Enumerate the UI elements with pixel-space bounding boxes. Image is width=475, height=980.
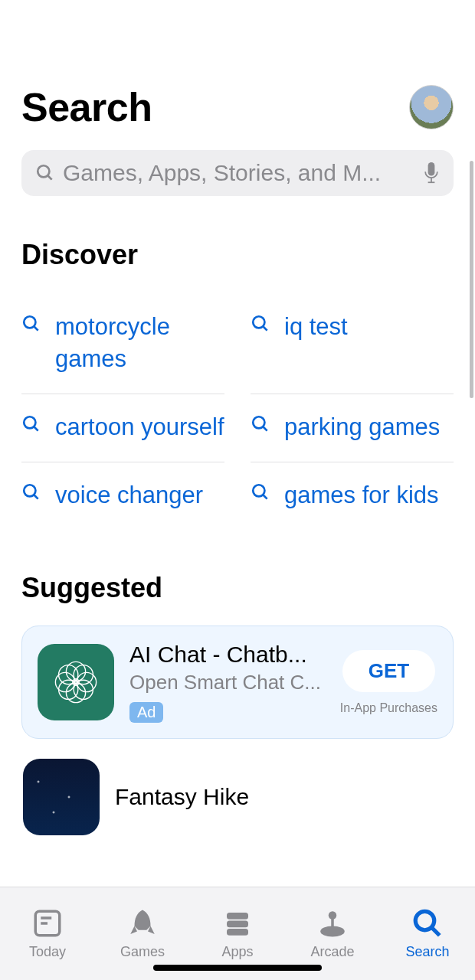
scroll-indicator[interactable] xyxy=(470,161,473,398)
search-icon xyxy=(251,414,270,434)
discover-label: iq test xyxy=(284,311,348,343)
discover-item[interactable]: cartoon yourself xyxy=(21,394,224,462)
svg-point-13 xyxy=(24,485,35,496)
ad-badge: Ad xyxy=(129,702,163,723)
svg-point-5 xyxy=(24,316,35,328)
discover-label: games for kids xyxy=(284,479,439,511)
svg-point-23 xyxy=(59,681,78,700)
today-icon xyxy=(31,907,64,939)
svg-rect-30 xyxy=(227,921,248,928)
discover-label: cartoon yourself xyxy=(55,411,224,443)
tab-label: Games xyxy=(120,944,165,960)
svg-point-15 xyxy=(253,485,264,496)
search-icon xyxy=(21,314,41,334)
apps-icon xyxy=(221,907,254,939)
search-icon xyxy=(251,482,270,502)
rocket-icon xyxy=(126,907,159,939)
svg-point-24 xyxy=(74,681,93,700)
app-subtitle: Open Smart Chat C... xyxy=(129,671,325,694)
tab-label: Arcade xyxy=(310,944,354,960)
svg-line-12 xyxy=(263,426,267,430)
home-indicator[interactable] xyxy=(153,965,322,971)
search-icon xyxy=(251,314,270,334)
svg-rect-33 xyxy=(331,918,334,927)
svg-rect-31 xyxy=(227,929,248,936)
page-title: Search xyxy=(21,84,152,130)
search-placeholder: Games, Apps, Stories, and M... xyxy=(63,160,415,186)
svg-point-21 xyxy=(59,665,78,684)
svg-point-22 xyxy=(74,665,93,684)
microphone-icon[interactable] xyxy=(423,162,440,184)
search-icon xyxy=(21,482,41,502)
svg-line-16 xyxy=(263,495,267,498)
svg-rect-29 xyxy=(227,913,248,920)
app-icon xyxy=(23,759,100,835)
svg-line-8 xyxy=(263,326,267,330)
search-input[interactable]: Games, Apps, Stories, and M... xyxy=(21,150,454,196)
arcade-icon xyxy=(316,907,349,939)
get-button[interactable]: GET xyxy=(342,650,435,692)
svg-line-6 xyxy=(34,326,38,330)
discover-item[interactable]: games for kids xyxy=(251,462,454,530)
svg-point-0 xyxy=(38,165,49,177)
svg-line-1 xyxy=(48,175,51,179)
tab-search[interactable]: Search xyxy=(380,887,475,980)
app-name: AI Chat - Chatb... xyxy=(129,642,325,668)
svg-point-7 xyxy=(253,316,264,328)
discover-item[interactable]: parking games xyxy=(251,394,454,462)
search-icon xyxy=(21,414,41,434)
discover-heading: Discover xyxy=(21,239,454,271)
iap-label: In-App Purchases xyxy=(340,701,437,715)
discover-label: parking games xyxy=(284,411,440,443)
search-icon xyxy=(35,163,55,183)
discover-item[interactable]: motorcycle games xyxy=(21,294,224,394)
svg-line-36 xyxy=(431,927,440,936)
app-name: Fantasy Hike xyxy=(115,784,249,810)
svg-rect-2 xyxy=(428,162,435,176)
profile-avatar[interactable] xyxy=(409,85,454,129)
svg-point-11 xyxy=(253,416,264,428)
search-icon xyxy=(411,907,444,939)
tab-label: Today xyxy=(29,944,66,960)
suggested-heading: Suggested xyxy=(21,572,454,604)
discover-label: voice changer xyxy=(55,479,203,511)
svg-line-14 xyxy=(34,495,38,498)
tab-label: Apps xyxy=(221,944,253,960)
discover-item[interactable]: voice changer xyxy=(21,462,224,530)
discover-label: motorcycle games xyxy=(55,311,224,375)
suggested-item[interactable]: Fantasy Hike xyxy=(21,759,454,835)
svg-point-35 xyxy=(415,911,434,930)
app-icon xyxy=(38,644,114,720)
svg-point-9 xyxy=(24,416,35,428)
svg-point-34 xyxy=(320,926,345,937)
discover-item[interactable]: iq test xyxy=(251,294,454,394)
svg-line-10 xyxy=(34,426,38,430)
tab-label: Search xyxy=(405,944,449,960)
suggested-ad-card[interactable]: AI Chat - Chatb... Open Smart Chat C... … xyxy=(21,626,454,739)
tab-today[interactable]: Today xyxy=(0,887,95,980)
